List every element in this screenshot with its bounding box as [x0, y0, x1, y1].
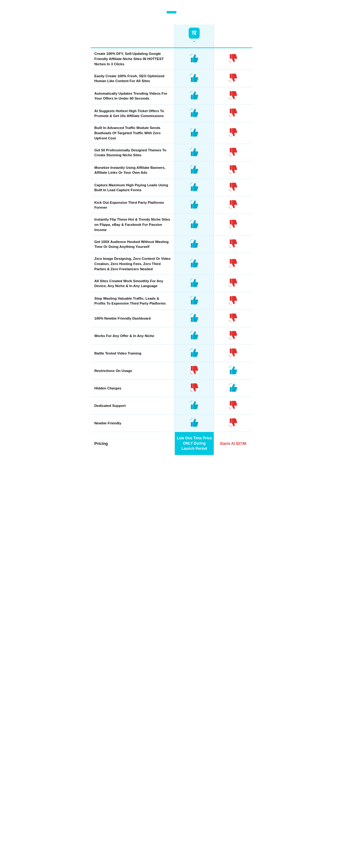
table-header-row: N [90, 24, 253, 48]
feature-label: Works For Any Offer & In Any Niche [90, 327, 175, 345]
svg-point-95 [229, 266, 230, 267]
table-row: Hidden Charges [90, 380, 253, 397]
feature-label: Kick Out Expensive Third Party Platforms… [90, 196, 175, 214]
svg-point-117 [193, 313, 193, 314]
pricing-autoniche-value: Low One Time Price ONLY During Launch Pe… [175, 432, 214, 455]
svg-rect-10 [191, 78, 193, 82]
svg-rect-150 [230, 387, 231, 392]
svg-point-31 [229, 115, 230, 116]
table-row: Works For Any Offer & In Any Niche [90, 327, 253, 345]
autoniche-icon-cell [175, 397, 214, 414]
svg-rect-126 [230, 331, 231, 336]
svg-rect-62 [230, 183, 231, 187]
svg-point-39 [229, 135, 230, 136]
svg-point-20 [191, 91, 192, 92]
svg-point-17 [231, 82, 232, 83]
autoniche-header: N [175, 24, 214, 48]
feature-label: Easily Create 100% Fresh, SEO Optimized … [90, 70, 175, 87]
svg-rect-166 [230, 418, 231, 423]
svg-point-155 [190, 402, 191, 403]
feature-label: Capture Maximum High Paying Leads Using … [90, 179, 175, 196]
svg-rect-2 [191, 58, 193, 62]
svg-point-16 [230, 82, 231, 83]
autoniche-logo-text [177, 40, 212, 44]
feature-label: Get 100X Audience Hooked Without Wasting… [90, 236, 175, 253]
svg-rect-106 [191, 300, 193, 305]
svg-point-88 [230, 247, 231, 248]
svg-point-76 [191, 220, 192, 221]
svg-point-59 [190, 184, 191, 185]
svg-point-5 [193, 54, 193, 55]
svg-point-36 [191, 128, 192, 129]
feature-label: AI Suggests Hottest High Ticket Offers T… [90, 105, 175, 122]
svg-point-100 [191, 279, 192, 280]
svg-point-79 [229, 226, 230, 227]
svg-point-105 [231, 287, 232, 287]
svg-point-33 [231, 117, 232, 117]
table-row: AI Suggests Hottest High Ticket Offers T… [90, 105, 253, 122]
others-icon-cell [214, 214, 253, 236]
svg-point-29 [193, 108, 193, 109]
table-row: 100% Newbie Friendly Dashboard [90, 310, 253, 327]
svg-point-144 [230, 366, 231, 367]
svg-point-159 [229, 407, 230, 408]
svg-rect-42 [191, 152, 193, 156]
svg-rect-70 [230, 200, 231, 205]
svg-rect-22 [230, 91, 231, 96]
svg-point-87 [229, 246, 230, 247]
svg-point-51 [190, 166, 191, 167]
autoniche-icon-cell [175, 327, 214, 345]
svg-rect-142 [230, 370, 231, 374]
svg-point-73 [231, 208, 232, 209]
comparison-table: N Create 100% DFY, Self-Updating Google … [90, 24, 253, 456]
svg-point-8 [230, 62, 231, 63]
svg-rect-50 [191, 169, 193, 174]
others-icon-cell [214, 105, 253, 122]
svg-point-48 [230, 156, 231, 157]
others-icon-cell [214, 310, 253, 327]
table-row: Monetize Instantly Using Affiliate Banne… [90, 161, 253, 179]
svg-point-47 [229, 154, 230, 155]
others-icon-cell [214, 362, 253, 380]
table-row: All Sites Created Work Smoothly For Any … [90, 275, 253, 292]
others-icon-cell [214, 48, 253, 70]
svg-rect-78 [230, 220, 231, 225]
svg-rect-154 [191, 405, 193, 409]
svg-point-67 [190, 201, 191, 202]
others-icon-cell [214, 380, 253, 397]
svg-point-60 [191, 183, 192, 184]
svg-point-91 [190, 260, 191, 261]
svg-point-35 [190, 129, 191, 130]
svg-point-153 [231, 383, 232, 384]
feature-label: Automatically Updates Trending Videos Fo… [90, 87, 175, 105]
table-row: Easily Create 100% Fresh, SEO Optimized … [90, 70, 253, 87]
svg-rect-162 [191, 422, 193, 427]
autoniche-icon-cell [175, 380, 214, 397]
autoniche-icon-cell [175, 122, 214, 144]
svg-point-23 [229, 98, 230, 99]
svg-point-45 [193, 148, 193, 148]
svg-point-127 [229, 338, 230, 339]
svg-rect-134 [230, 349, 231, 353]
svg-rect-118 [230, 314, 231, 318]
feature-label: Restrictions On Usage [90, 362, 175, 380]
svg-rect-98 [191, 282, 193, 287]
page-header [86, 0, 257, 18]
svg-rect-130 [191, 352, 193, 357]
autoniche-icon-cell [175, 144, 214, 161]
svg-rect-110 [230, 296, 231, 301]
svg-point-131 [190, 349, 191, 350]
svg-point-37 [193, 128, 193, 129]
svg-point-65 [231, 191, 232, 191]
svg-point-160 [230, 409, 231, 410]
svg-point-69 [193, 200, 193, 201]
svg-point-119 [229, 320, 230, 321]
svg-point-97 [231, 267, 232, 268]
svg-rect-94 [230, 259, 231, 264]
svg-rect-82 [191, 243, 193, 248]
svg-point-81 [231, 228, 232, 228]
svg-point-53 [193, 165, 193, 166]
svg-point-156 [191, 401, 192, 402]
svg-rect-14 [230, 74, 231, 79]
svg-rect-66 [191, 204, 193, 209]
